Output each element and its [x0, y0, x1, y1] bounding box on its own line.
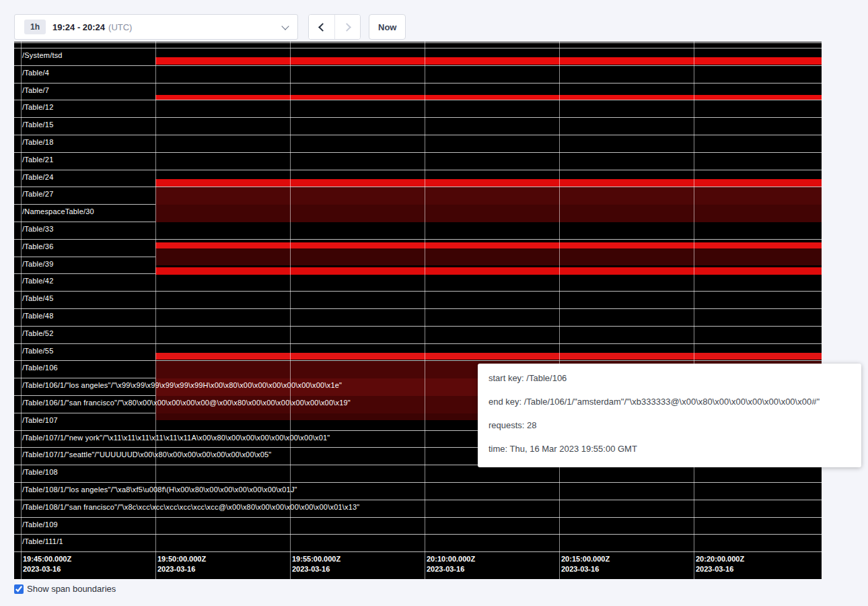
x-axis-tick-time: 19:55:00.000Z — [292, 554, 340, 564]
x-axis-tick: 20:20:00.000Z2023-03-16 — [694, 554, 744, 574]
span-row[interactable]: /Table/12 — [14, 100, 822, 117]
x-axis-tick-date: 2023-03-16 — [23, 564, 71, 574]
span-label: /Table/12 — [22, 103, 53, 111]
span-row[interactable]: /Table/48 — [14, 308, 822, 326]
span-row[interactable]: /Table/52 — [14, 326, 822, 343]
span-label: /Table/48 — [22, 312, 53, 320]
span-row[interactable]: /NamespaceTable/30 — [14, 204, 822, 222]
tooltip-time: time: Thu, 16 Mar 2023 19:55:00 GMT — [489, 444, 851, 454]
span-label: /Table/111/1 — [22, 537, 63, 545]
span-label: /Table/108/1/"los angeles"/"\xa8\xf5\u00… — [22, 485, 297, 494]
span-label: /Table/15 — [22, 121, 53, 129]
span-row[interactable]: /Table/24 — [14, 170, 822, 187]
x-axis-tick-time: 20:15:00.000Z — [561, 554, 610, 564]
x-axis-tick-time: 19:45:00.000Z — [23, 554, 71, 564]
span-row[interactable]: /Table/21 — [14, 152, 822, 170]
show-span-boundaries-label: Show span boundaries — [27, 584, 116, 594]
span-row[interactable]: /Table/18 — [14, 135, 822, 152]
span-label: /Table/7 — [22, 86, 49, 94]
x-axis-tick-date: 2023-03-16 — [696, 564, 744, 574]
span-label: /Table/42 — [22, 277, 53, 285]
span-row[interactable]: /Table/108/1/"san francisco"/"\x8c\xcc\x… — [14, 500, 822, 517]
chevron-down-icon — [281, 22, 289, 30]
chevron-left-icon — [318, 23, 327, 32]
x-axis: 19:45:00.000Z2023-03-1619:50:00.000Z2023… — [14, 554, 822, 579]
span-row[interactable]: /Table/45 — [14, 291, 822, 308]
span-label: /Table/107/1/"new york"/"\x11\x11\x11\x1… — [22, 434, 330, 442]
key-visualizer-canvas[interactable]: /System/tsd/Table/4/Table/7/Table/12/Tab… — [14, 42, 822, 579]
span-label: /Table/108 — [22, 468, 58, 476]
footer: Show span boundaries — [14, 584, 116, 594]
span-row[interactable]: /Table/108/1/"los angeles"/"\xa8\xf5\u00… — [14, 482, 822, 500]
span-label: /Table/106/1/"san francisco"/"\x80\x00\x… — [22, 399, 351, 407]
now-button[interactable]: Now — [369, 14, 406, 40]
span-row[interactable]: /Table/111/1 — [14, 534, 822, 551]
heat-band — [155, 353, 822, 360]
x-axis-tick-date: 2023-03-16 — [157, 564, 206, 574]
span-row[interactable]: /Table/7 — [14, 83, 822, 100]
tooltip-start-key: start key: /Table/106 — [489, 373, 851, 383]
span-row[interactable]: /Table/42 — [14, 273, 822, 291]
span-label: /Table/4 — [22, 69, 49, 77]
x-axis-tick-date: 2023-03-16 — [427, 564, 475, 574]
keyspace-top-boundary — [14, 42, 822, 43]
span-label: /Table/36 — [22, 242, 53, 250]
next-interval-button[interactable] — [334, 15, 360, 39]
key-visualizer-page: 1h 19:24 - 20:24 (UTC) Now /System/tsd/T… — [0, 0, 868, 606]
span-label: /Table/55 — [22, 347, 53, 355]
span-row[interactable]: /Table/109 — [14, 517, 822, 535]
span-row[interactable]: /Table/39 — [14, 257, 822, 274]
span-rows: /System/tsd/Table/4/Table/7/Table/12/Tab… — [14, 48, 822, 552]
x-axis-tick-date: 2023-03-16 — [292, 564, 340, 574]
span-label: /System/tsd — [22, 51, 63, 59]
span-label: /Table/18 — [22, 138, 53, 146]
span-row[interactable]: /Table/15 — [14, 117, 822, 135]
x-axis-tick-time: 20:20:00.000Z — [696, 554, 744, 564]
span-label: /Table/45 — [22, 294, 53, 302]
chevron-right-icon — [342, 23, 351, 32]
x-axis-tick: 19:55:00.000Z2023-03-16 — [290, 554, 340, 574]
span-row[interactable]: /Table/27 — [14, 187, 822, 204]
span-row[interactable]: /Table/4 — [14, 65, 822, 83]
x-axis-tick-time: 20:10:00.000Z — [427, 554, 475, 564]
span-label: /Table/108/1/"san francisco"/"\x8c\xcc\x… — [22, 503, 359, 511]
heat-band — [155, 179, 822, 187]
hover-tooltip: start key: /Table/106 end key: /Table/10… — [478, 364, 861, 467]
previous-interval-button[interactable] — [309, 15, 334, 39]
x-axis-tick-time: 19:50:00.000Z — [157, 554, 206, 564]
tooltip-requests: requests: 28 — [489, 420, 851, 430]
span-label: /Table/39 — [22, 260, 53, 268]
time-nav-group — [308, 14, 361, 40]
heat-band — [155, 205, 822, 222]
time-range-selector[interactable]: 1h 19:24 - 20:24 (UTC) — [14, 14, 298, 40]
span-label: /Table/24 — [22, 173, 53, 181]
x-axis-tick: 19:45:00.000Z2023-03-16 — [21, 554, 71, 574]
span-label: /Table/52 — [22, 329, 53, 337]
x-axis-tick: 20:10:00.000Z2023-03-16 — [425, 554, 475, 574]
time-range-label: 19:24 - 20:24 — [52, 22, 105, 32]
span-label: /Table/33 — [22, 225, 53, 233]
x-axis-tick: 20:15:00.000Z2023-03-16 — [559, 554, 610, 574]
span-row[interactable]: /Table/36 — [14, 239, 822, 257]
heat-band — [155, 57, 822, 65]
heat-band — [155, 187, 822, 205]
span-label: /Table/107/1/"seattle"/"UUUUUUD\x00\x80\… — [22, 450, 271, 459]
x-axis-tick-date: 2023-03-16 — [561, 564, 610, 574]
span-row[interactable]: /Table/55 — [14, 343, 822, 361]
span-label: /Table/109 — [22, 520, 58, 529]
heat-band — [155, 95, 822, 100]
toolbar: 1h 19:24 - 20:24 (UTC) Now — [14, 14, 406, 40]
span-label: /Table/107 — [22, 416, 58, 424]
span-label: /Table/27 — [22, 190, 53, 198]
heat-band — [155, 248, 822, 257]
span-row[interactable]: /Table/33 — [14, 222, 822, 239]
show-span-boundaries-checkbox[interactable] — [14, 584, 24, 594]
x-axis-tick: 19:50:00.000Z2023-03-16 — [155, 554, 206, 574]
heat-band — [155, 267, 822, 275]
span-label: /Table/21 — [22, 156, 53, 164]
heat-band — [155, 257, 822, 265]
tooltip-end-key: end key: /Table/106/1/"amsterdam"/"\xb33… — [489, 397, 851, 407]
duration-badge: 1h — [24, 20, 46, 34]
heat-band — [155, 242, 822, 248]
span-row[interactable]: /System/tsd — [14, 48, 822, 65]
